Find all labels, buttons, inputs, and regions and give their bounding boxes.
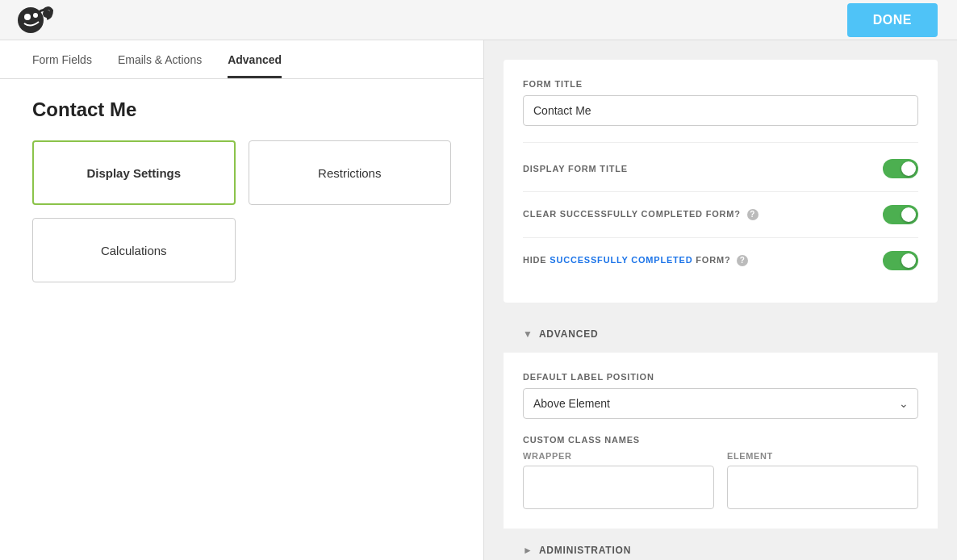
wrapper-sublabel: WRAPPER [523,451,714,461]
display-form-title-row: DISPLAY FORM TITLE [523,146,918,192]
administration-section-header[interactable]: ► ADMINISTRATION [504,532,938,560]
clear-form-label: CLEAR SUCCESSFULLY COMPLETED FORM? ? [523,209,758,220]
hide-form-info-icon[interactable]: ? [737,255,748,266]
left-content: Contact Me Display Settings Restrictions… [0,79,483,302]
card-calculations[interactable]: Calculations [32,218,236,282]
element-input[interactable] [727,466,918,509]
card-grid-bottom: Calculations [32,218,451,282]
card-restrictions[interactable]: Restrictions [249,140,452,205]
right-panel: FORM TITLE DISPLAY FORM TITLE CLEAR SUCC… [484,40,957,560]
main-layout: Form Fields Emails & Actions Advanced Co… [0,40,957,560]
hide-form-label: HIDE SUCCESSFULLY COMPLETED FORM? ? [523,255,748,266]
administration-chevron-icon: ► [523,545,533,556]
card-display-settings[interactable]: Display Settings [32,140,236,205]
hide-highlight: SUCCESSFULLY [550,255,628,265]
custom-class-section: CUSTOM CLASS NAMES WRAPPER ELEMENT [523,435,918,509]
tab-emails-actions[interactable]: Emails & Actions [118,40,202,78]
class-inputs: WRAPPER ELEMENT [523,451,918,509]
administration-section-label: ADMINISTRATION [539,545,631,556]
custom-class-names-label: CUSTOM CLASS NAMES [523,435,918,445]
clear-form-toggle[interactable] [883,205,918,224]
element-sublabel: ELEMENT [727,451,918,461]
hide-form-slider [883,251,918,270]
clear-form-text: CLEAR SUCCESSFULLY COMPLETED FORM? [523,209,741,219]
hide-form-text: HIDE SUCCESSFULLY COMPLETED FORM? [523,255,730,265]
default-label-position-group: DEFAULT LABEL POSITION Above Element Bel… [523,372,918,419]
select-wrapper: Above Element Below Element Left of Elem… [523,388,918,419]
hide-highlight2: COMPLETED [631,255,692,265]
clear-form-row: CLEAR SUCCESSFULLY COMPLETED FORM? ? [523,192,918,238]
clear-form-info-icon[interactable]: ? [747,209,758,220]
card-display-settings-label: Display Settings [86,166,181,180]
display-form-title-toggle[interactable] [883,159,918,178]
wrapper-input-group: WRAPPER [523,451,714,509]
done-button[interactable]: DONE [847,3,938,37]
advanced-content: DEFAULT LABEL POSITION Above Element Bel… [504,353,938,529]
logo [13,4,53,36]
left-panel: Form Fields Emails & Actions Advanced Co… [0,40,484,560]
form-name-heading: Contact Me [32,98,451,121]
settings-section: FORM TITLE DISPLAY FORM TITLE CLEAR SUCC… [504,60,938,303]
display-form-title-label: DISPLAY FORM TITLE [523,164,628,173]
card-grid-top: Display Settings Restrictions [32,140,451,205]
tab-advanced[interactable]: Advanced [228,40,282,78]
hide-form-toggle[interactable] [883,251,918,270]
form-title-group: FORM TITLE [523,79,918,126]
tab-form-fields[interactable]: Form Fields [32,40,92,78]
tabs-bar: Form Fields Emails & Actions Advanced [0,40,483,79]
label-position-select[interactable]: Above Element Below Element Left of Elem… [523,388,918,419]
advanced-section: ▼ ADVANCED DEFAULT LABEL POSITION Above … [504,316,938,529]
advanced-chevron-icon: ▼ [523,328,533,340]
wrapper-input[interactable] [523,466,714,509]
card-calculations-label: Calculations [101,244,167,257]
advanced-section-label: ADVANCED [539,328,599,340]
element-input-group: ELEMENT [727,451,918,509]
done-button-wrapper: DONE [847,3,938,37]
form-title-input[interactable] [523,95,918,126]
card-restrictions-label: Restrictions [318,166,381,180]
hide-form-row: HIDE SUCCESSFULLY COMPLETED FORM? ? [523,238,918,283]
svg-point-2 [33,13,38,18]
advanced-section-header[interactable]: ▼ ADVANCED [504,316,938,353]
default-label-position-label: DEFAULT LABEL POSITION [523,372,918,382]
form-title-label: FORM TITLE [523,79,918,89]
administration-section: ► ADMINISTRATION [504,532,938,560]
top-bar: DONE [0,0,957,40]
svg-point-1 [24,14,31,20]
clear-form-slider [883,205,918,224]
display-form-title-slider [883,159,918,178]
